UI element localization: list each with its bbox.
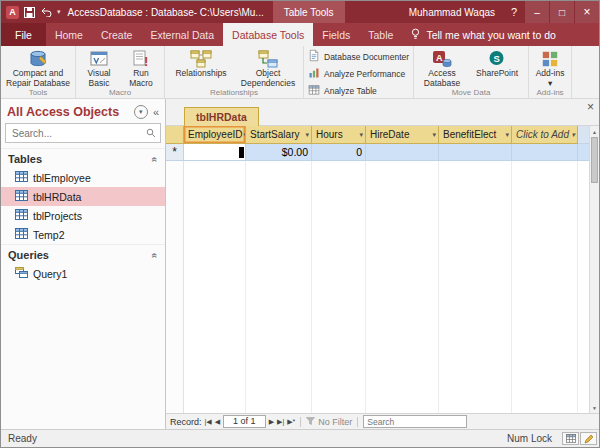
- scroll-down-icon[interactable]: ▼: [590, 402, 599, 413]
- column-header-employeeid[interactable]: EmployeeID ▾: [184, 126, 246, 144]
- close-button[interactable]: ×: [575, 1, 599, 23]
- sidebar-item-query1[interactable]: Query1: [1, 264, 165, 283]
- section-label: Queries: [8, 249, 152, 261]
- maximize-button[interactable]: □: [550, 1, 574, 23]
- last-record-button[interactable]: ▶|: [277, 418, 284, 426]
- column-header-startsalary[interactable]: StartSalary ▾: [246, 126, 312, 144]
- database-documenter-button[interactable]: Database Documenter: [308, 49, 409, 64]
- tab-database-tools[interactable]: Database Tools: [223, 23, 313, 46]
- navigation-search-box[interactable]: [5, 123, 161, 143]
- sidebar-item-tblemployee[interactable]: tblEmployee: [1, 168, 165, 187]
- sidebar-item-tblprojects[interactable]: tblProjects: [1, 206, 165, 225]
- main-area: All Access Objects ▾ « Tables « tblEmplo…: [1, 99, 599, 429]
- record-search-input[interactable]: [363, 415, 467, 428]
- run-macro-button[interactable]: ! Run Macro: [120, 47, 162, 88]
- item-label: tblProjects: [33, 210, 82, 222]
- tell-me-box[interactable]: Tell me what you want to do: [402, 23, 564, 46]
- visual-basic-button[interactable]: Visual Basic: [78, 47, 120, 88]
- row-filler: [578, 144, 589, 161]
- column-dropdown-icon[interactable]: ▾: [359, 131, 363, 139]
- navigation-pane-title[interactable]: All Access Objects: [7, 105, 134, 119]
- cell-hours[interactable]: 0: [312, 144, 366, 161]
- table-icon: [15, 228, 28, 241]
- shutter-bar-close-icon[interactable]: «: [153, 107, 159, 117]
- document-tab-tblhrdata[interactable]: tblHRData: [184, 107, 259, 126]
- compact-repair-button[interactable]: Compact and Repair Database: [3, 47, 73, 88]
- column-label: StartSalary: [250, 129, 299, 140]
- button-label: Object Dependencies: [237, 69, 299, 88]
- column-dropdown-icon[interactable]: ▾: [571, 131, 575, 139]
- tab-file[interactable]: File: [1, 23, 46, 46]
- ribbon-group-macro: Visual Basic ! Run Macro Macro: [76, 46, 165, 98]
- sidebar-item-tblhrdata[interactable]: tblHRData: [1, 187, 165, 206]
- tab-create[interactable]: Create: [92, 23, 142, 46]
- lightbulb-icon: [410, 28, 421, 42]
- tab-external-data[interactable]: External Data: [141, 23, 223, 46]
- add-ins-button[interactable]: Add-ins ▾: [531, 47, 569, 88]
- ribbon-group-tools: Compact and Repair Database Tools: [1, 46, 76, 98]
- cell-employeeid[interactable]: [184, 144, 246, 161]
- datasheet-grid: EmployeeID ▾ StartSalary ▾ Hours ▾ Hir: [166, 126, 589, 413]
- signed-in-user[interactable]: Muhammad Waqas: [400, 7, 504, 18]
- save-icon[interactable]: [24, 7, 35, 18]
- scrollbar-thumb[interactable]: [591, 137, 598, 183]
- minimize-button[interactable]: –: [525, 1, 549, 23]
- record-label: Record:: [170, 417, 202, 427]
- cell-startsalary[interactable]: $0.00: [246, 144, 312, 161]
- sharepoint-button[interactable]: S SharePoint: [468, 47, 526, 88]
- access-database-button[interactable]: A Access Database: [416, 47, 468, 88]
- column-dropdown-icon[interactable]: ▾: [505, 131, 509, 139]
- access-app-icon[interactable]: A: [6, 6, 19, 19]
- section-tables[interactable]: Tables «: [1, 148, 165, 168]
- column-header-hours[interactable]: Hours ▾: [312, 126, 366, 144]
- tab-fields[interactable]: Fields: [313, 23, 359, 46]
- record-position[interactable]: 1 of 1: [223, 415, 266, 428]
- column-dropdown-icon[interactable]: ▾: [432, 131, 436, 139]
- new-record-button[interactable]: ▶*: [287, 418, 295, 426]
- column-dropdown-icon[interactable]: ▾: [305, 131, 309, 139]
- section-label: Tables: [8, 153, 152, 165]
- select-all-cell[interactable]: [166, 126, 184, 144]
- analyze-performance-button[interactable]: Analyze Performance: [308, 67, 409, 81]
- button-label: Analyze Table: [324, 86, 377, 96]
- ribbon-group-add-ins: Add-ins ▾ Add-ins: [529, 46, 572, 98]
- access-window: A ▾ AccessDatabase : Database- C:\Users\…: [0, 0, 600, 448]
- vertical-scrollbar[interactable]: ▲ ▼: [589, 126, 599, 413]
- button-label: Run Macro: [122, 69, 160, 88]
- filter-status[interactable]: No Filter: [306, 417, 352, 427]
- column-header-benefitelect[interactable]: BenefitElect ▾: [439, 126, 512, 144]
- new-record-icon: *: [172, 147, 177, 157]
- visual-basic-icon: [89, 49, 109, 69]
- cell-click-to-add[interactable]: [512, 144, 578, 161]
- navigation-menu-icon[interactable]: ▾: [134, 105, 148, 119]
- first-record-button[interactable]: |◀: [205, 418, 212, 426]
- help-button[interactable]: ?: [504, 6, 524, 18]
- scroll-up-icon[interactable]: ▲: [590, 126, 599, 137]
- column-header-click-to-add[interactable]: Click to Add ▾: [512, 126, 578, 144]
- previous-record-button[interactable]: ◀: [215, 418, 220, 426]
- tab-table[interactable]: Table: [359, 23, 402, 46]
- design-view-button[interactable]: [580, 432, 597, 445]
- datasheet-view-button[interactable]: [562, 432, 579, 445]
- undo-icon[interactable]: [40, 7, 52, 17]
- analyze-table-button[interactable]: Analyze Table: [308, 84, 409, 98]
- next-record-button[interactable]: ▶: [269, 418, 274, 426]
- document-close-icon[interactable]: ×: [587, 101, 594, 113]
- column-label: BenefitElect: [443, 129, 496, 140]
- customize-qat-icon[interactable]: ▾: [57, 8, 61, 16]
- quick-access-toolbar: A ▾: [1, 6, 68, 19]
- sidebar-item-temp2[interactable]: Temp2: [1, 225, 165, 244]
- cell-hiredate[interactable]: [366, 144, 439, 161]
- column-header-hiredate[interactable]: HireDate ▾: [366, 126, 439, 144]
- relationships-button[interactable]: Relationships: [167, 47, 235, 88]
- new-record-selector[interactable]: *: [166, 144, 184, 161]
- tab-home[interactable]: Home: [46, 23, 92, 46]
- object-dependencies-button[interactable]: Object Dependencies: [235, 47, 301, 88]
- navigation-search-input[interactable]: [10, 127, 146, 140]
- table-tools-context-label: Table Tools: [273, 1, 345, 23]
- table-icon: [15, 190, 28, 203]
- run-macro-icon: !: [131, 49, 151, 69]
- text-cursor: [239, 147, 244, 158]
- section-queries[interactable]: Queries «: [1, 244, 165, 264]
- cell-benefitelect[interactable]: [439, 144, 512, 161]
